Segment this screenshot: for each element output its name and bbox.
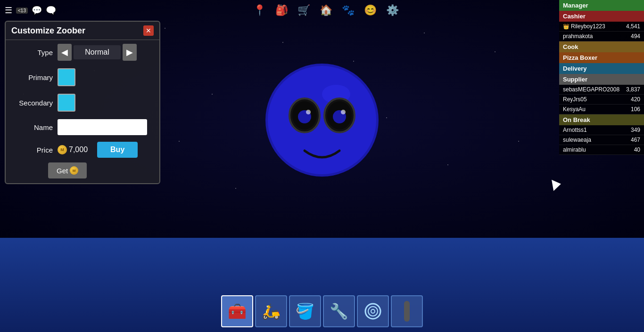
get-coin-icon: M	[70, 166, 78, 175]
hotbar-slot-3[interactable]: 🪣	[289, 295, 321, 327]
sidebar-category-cook: Cook	[559, 41, 644, 52]
name-input[interactable]	[58, 119, 147, 135]
sidebar-delivery-section: Delivery	[559, 63, 644, 74]
sidebar: Manager Cashier 👑 Rileyboy1223 4,541 pra…	[559, 0, 644, 155]
svg-point-15	[371, 309, 375, 313]
primary-label: Primary	[15, 73, 53, 81]
primary-color-swatch[interactable]	[58, 68, 75, 86]
supplier-label: Supplier	[563, 76, 587, 83]
player-rey[interactable]: ReyJrs05 420	[559, 95, 644, 105]
customize-panel: Customize Zoober ✕ Type ◀ Normal ▶ Prima…	[5, 21, 160, 184]
sidebar-category-pizza-boxer: Pizza Boxer	[559, 52, 644, 63]
type-value: Normal	[74, 45, 121, 59]
svg-point-12	[341, 110, 346, 114]
type-next-button[interactable]: ▶	[123, 44, 137, 61]
menu-icon[interactable]: ☰	[5, 5, 12, 16]
secondary-row: Secondary	[6, 90, 159, 115]
svg-point-11	[306, 110, 311, 114]
close-button[interactable]: ✕	[143, 25, 154, 36]
sidebar-cashier-section: Cashier 👑 Rileyboy1223 4,541 prahmakota …	[559, 11, 644, 41]
zoober-character	[263, 47, 381, 193]
sidebar-onbreak-section: On Break Arnottss1 349 sulewaeaja 467 al…	[559, 114, 644, 155]
player-prahmakota-name: prahmakota	[563, 33, 593, 40]
player-rey-name: ReyJrs05	[563, 96, 587, 103]
hotbar-slot-5[interactable]	[357, 295, 389, 327]
sidebar-cook-section: Cook	[559, 41, 644, 52]
player-rey-score: 420	[631, 96, 640, 103]
price-coin-icon: M	[58, 145, 67, 154]
emote-icon[interactable]: 😊	[364, 4, 377, 16]
player-almira-name: almirablu	[563, 146, 586, 153]
on-break-label: On Break	[563, 116, 590, 123]
sidebar-category-supplier: Supplier	[559, 74, 644, 85]
player-rileyboy[interactable]: 👑 Rileyboy1223 4,541	[559, 22, 644, 32]
sidebar-category-delivery: Delivery	[559, 63, 644, 74]
delivery-label: Delivery	[563, 65, 587, 72]
toolbar: ☰ <13 💬 🗨️ 📍 🎒 🛒 🏠 🐾 😊 ⚙️ M 4,541	[0, 0, 644, 21]
type-row: Type ◀ Normal ▶	[6, 40, 159, 65]
sidebar-category-cashier: Cashier	[559, 11, 644, 22]
primary-row: Primary	[6, 65, 159, 90]
secondary-label: Secondary	[15, 99, 53, 107]
svg-point-14	[368, 307, 378, 316]
secondary-color-swatch[interactable]	[58, 94, 75, 112]
buy-button[interactable]: Buy	[97, 142, 138, 158]
player-almira-score: 40	[634, 146, 640, 153]
cursor	[552, 178, 562, 191]
player-kesya-name: KesyaAu	[563, 106, 586, 113]
hotbar-slot-2[interactable]: 🛵	[255, 295, 287, 327]
map-icon[interactable]: 📍	[253, 4, 266, 16]
pets-icon[interactable]: 🐾	[342, 4, 355, 16]
name-row: Name	[6, 115, 159, 139]
player-rileyboy-name: 👑 Rileyboy1223	[563, 23, 605, 30]
toolbar-left: ☰ <13 💬 🗨️	[5, 5, 56, 16]
pizza-boxer-label: Pizza Boxer	[563, 54, 597, 61]
svg-rect-16	[404, 301, 410, 322]
player-almira[interactable]: almirablu 40	[559, 145, 644, 155]
chat-icon[interactable]: 💬	[32, 5, 42, 16]
toolbar-center: 📍 🎒 🛒 🏠 🐾 😊 ⚙️	[56, 4, 596, 16]
get-label: Get	[57, 167, 68, 175]
crown-icon: 👑	[563, 24, 570, 30]
type-prev-button[interactable]: ◀	[58, 44, 72, 61]
player-prahmakota[interactable]: prahmakota 494	[559, 32, 644, 41]
player-arnott-score: 349	[631, 127, 640, 133]
player-arnott-name: Arnottss1	[563, 127, 587, 133]
bag-icon[interactable]: 🎒	[275, 4, 288, 16]
get-row: Get M	[6, 162, 159, 178]
player-kesya-score: 106	[631, 106, 640, 113]
player-arnott[interactable]: Arnottss1 349	[559, 125, 644, 135]
player-prahmakota-score: 494	[631, 33, 640, 40]
price-label: Price	[15, 146, 53, 154]
player-sulew-name: sulewaeaja	[563, 137, 591, 143]
hotbar-slot-6[interactable]	[391, 295, 423, 327]
cashier-label: Cashier	[563, 13, 586, 20]
customize-title: Customize Zoober	[11, 26, 85, 36]
player-rileyboy-score: 4,541	[626, 23, 640, 30]
hotbar: 🧰 🛵 🪣 🔧	[221, 295, 423, 327]
get-button[interactable]: Get M	[48, 162, 87, 178]
price-amount: M 7,000	[58, 145, 88, 154]
hotbar-slot-4[interactable]: 🔧	[323, 295, 355, 327]
svg-point-13	[365, 304, 380, 319]
sidebar-pizza-section: Pizza Boxer	[559, 52, 644, 63]
player-sebas[interactable]: sebasMEGAPRO2008 3,837	[559, 85, 644, 95]
manager-label: Manager	[563, 2, 588, 9]
settings-icon[interactable]: ⚙️	[386, 4, 399, 16]
message-icon[interactable]: 🗨️	[46, 5, 56, 16]
player-sulew-score: 467	[631, 137, 640, 143]
cook-label: Cook	[563, 43, 578, 50]
cart-icon[interactable]: 🛒	[297, 4, 310, 16]
hotbar-slot-1[interactable]: 🧰	[221, 295, 253, 327]
chat-count: <13	[16, 8, 28, 14]
sidebar-category-manager: Manager	[559, 0, 644, 11]
player-sebas-name: sebasMEGAPRO2008	[563, 86, 619, 93]
sidebar-category-on-break: On Break	[559, 114, 644, 125]
home-icon[interactable]: 🏠	[320, 4, 332, 16]
name-label: Name	[15, 123, 53, 131]
player-sulew[interactable]: sulewaeaja 467	[559, 135, 644, 145]
price-row: Price M 7,000 Buy	[6, 139, 159, 161]
sidebar-manager-section: Manager	[559, 0, 644, 11]
player-sebas-score: 3,837	[626, 86, 640, 93]
player-kesya[interactable]: KesyaAu 106	[559, 105, 644, 114]
